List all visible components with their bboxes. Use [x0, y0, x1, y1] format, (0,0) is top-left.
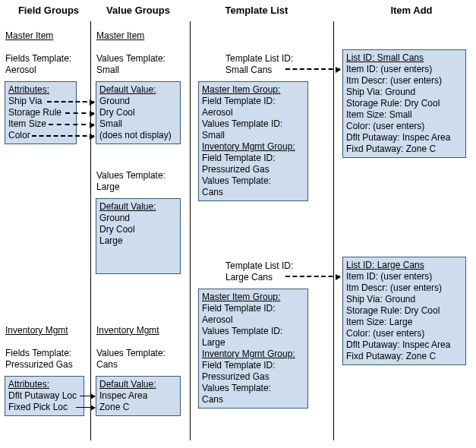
- arrow-item-size: [49, 124, 94, 125]
- col-header-value-groups: Value Groups: [100, 5, 176, 16]
- values-template-label-4: Values Template:: [202, 175, 304, 187]
- item-size-line-2: Item Size: Large: [346, 317, 462, 328]
- item-add-box-large-cans: List ID: Large Cans Item ID: (user enter…: [342, 257, 466, 365]
- val-zone-c: Zone C: [99, 402, 177, 413]
- fields-template-aerosol: Aerosol: [5, 65, 36, 75]
- template-box-small-cans: Master Item Group: Field Template ID: Ae…: [198, 81, 308, 201]
- attributes-box-pressurized: Attributes: Dflt Putaway Loc Fixed Pick …: [5, 376, 84, 416]
- template-list-id-large-cans: Large Cans: [225, 272, 273, 282]
- default-value-box-small: Default Value: Ground Dry Cool Small (do…: [96, 81, 181, 144]
- separator-3: [333, 21, 334, 440]
- arrow-small-cans: [285, 68, 340, 70]
- values-template-label-5: Values Template:: [202, 383, 304, 394]
- default-value-header-1: Default Value:: [99, 84, 177, 96]
- master-item-group-hdr-1: Master Item Group:: [202, 84, 304, 96]
- diagram-canvas: Field Groups Value Groups Template List …: [0, 0, 476, 448]
- template-list-id-label-1: Template List ID:: [225, 53, 293, 64]
- values-template-large-2: Large: [202, 337, 304, 349]
- color-line-2: Color: (user enters): [346, 328, 462, 339]
- inventory-mgmt-group-hdr-2: Inventory Mgmt Group:: [202, 349, 304, 360]
- val-dry-cool-2: Dry Cool: [99, 224, 177, 235]
- section-master-item-col2: Master Item: [96, 30, 144, 41]
- values-template-label-3: Values Template:: [96, 348, 165, 358]
- list-id-large-cans: List ID: Large Cans: [346, 260, 462, 271]
- section-inventory-mgmt-col1: Inventory Mgmt: [5, 325, 68, 336]
- default-value-header-3: Default Value:: [99, 379, 177, 390]
- attributes-header: Attributes:: [8, 84, 73, 96]
- list-id-value-large-cans: Large Cans: [377, 260, 424, 270]
- values-template-large: Large: [96, 181, 120, 192]
- fields-template-label-1: Fields Template:: [5, 53, 71, 64]
- col-header-item-add: Item Add: [381, 5, 442, 16]
- field-template-aerosol-2: Aerosol: [202, 314, 304, 326]
- storage-rule-line-1: Storage Rule: Dry Cool: [346, 98, 462, 109]
- values-template-small: Small: [96, 65, 119, 75]
- attributes-header-2: Attributes:: [8, 379, 80, 390]
- item-size-line-1: Item Size: Small: [346, 109, 462, 121]
- item-id-line-2: Item ID: (user enters): [346, 271, 462, 282]
- fields-template-pressurized: Pressurized Gas: [5, 359, 73, 370]
- default-value-box-large: Default Value: Ground Dry Cool Large: [96, 198, 181, 274]
- arrow-large-cans: [285, 276, 340, 277]
- item-add-box-small-cans: List ID: Small Cans Item ID: (user enter…: [342, 49, 466, 158]
- default-value-header-2: Default Value:: [99, 201, 177, 213]
- values-template-cans-1: Cans: [202, 187, 304, 198]
- col-header-field-groups: Field Groups: [11, 5, 87, 16]
- section-inventory-mgmt-col2: Inventory Mgmt: [96, 325, 159, 336]
- val-ground-1: Ground: [99, 96, 177, 107]
- values-template-id-label-1: Values Template ID:: [202, 118, 304, 130]
- values-template-label-2: Values Template:: [96, 170, 165, 181]
- list-id-value-small-cans: Small Cans: [377, 52, 424, 63]
- arrow-fixed-pick: [76, 407, 95, 408]
- dflt-putaway-line-1: Dflt Putaway: Inspec Area: [346, 132, 462, 144]
- ship-via-line-1: Ship Via: Ground: [346, 87, 462, 98]
- master-item-group-hdr-2: Master Item Group:: [202, 292, 304, 303]
- inventory-mgmt-group-hdr-1: Inventory Mgmt Group:: [202, 141, 304, 153]
- color-line-1: Color: (user enters): [346, 121, 462, 132]
- template-box-large-cans: Master Item Group: Field Template ID: Ae…: [198, 289, 308, 409]
- storage-rule-line-2: Storage Rule: Dry Cool: [346, 305, 462, 317]
- attr-fixed-pick-loc: Fixed Pick Loc: [8, 402, 80, 413]
- attr-dflt-putaway-loc: Dflt Putaway Loc: [8, 390, 80, 402]
- col-header-template-list: Template List: [219, 5, 295, 16]
- field-template-id-label-2: Field Template ID:: [202, 153, 304, 164]
- list-id-label-2: List ID:: [346, 260, 377, 270]
- separator-1: [90, 21, 91, 440]
- field-template-id-label-3: Field Template ID:: [202, 303, 304, 314]
- itm-descr-line-2: Itm Descr: (user enters): [346, 282, 462, 294]
- field-template-pressurized-2: Pressurized Gas: [202, 371, 304, 383]
- val-dry-cool-1: Dry Cool: [99, 107, 177, 118]
- arrow-dflt-putaway: [80, 396, 95, 396]
- fixd-putaway-line-1: Fixd Putaway: Zone C: [346, 144, 462, 155]
- values-template-label-1: Values Template:: [96, 53, 165, 64]
- list-id-label-1: List ID:: [346, 52, 377, 63]
- val-ground-2: Ground: [99, 213, 177, 224]
- ship-via-line-2: Ship Via: Ground: [346, 294, 462, 305]
- val-does-not-display: (does not display): [99, 130, 177, 141]
- field-template-aerosol-1: Aerosol: [202, 107, 304, 118]
- separator-2: [190, 21, 191, 440]
- field-template-id-label-1: Field Template ID:: [202, 96, 304, 107]
- arrow-storage-rule: [65, 112, 94, 114]
- fields-template-label-2: Fields Template:: [5, 348, 71, 358]
- template-list-id-small-cans: Small Cans: [225, 65, 272, 75]
- values-template-id-label-2: Values Template ID:: [202, 326, 304, 337]
- arrow-ship-via: [47, 101, 94, 103]
- values-template-cans-2: Cans: [202, 394, 304, 405]
- val-large: Large: [99, 235, 177, 247]
- val-inspec-area: Inspec Area: [99, 390, 177, 402]
- attr-storage-rule: Storage Rule: [8, 107, 73, 118]
- val-small: Small: [99, 118, 177, 130]
- field-template-pressurized-1: Pressurized Gas: [202, 164, 304, 175]
- list-id-small-cans: List ID: Small Cans: [346, 52, 462, 64]
- default-value-box-cans: Default Value: Inspec Area Zone C: [96, 376, 181, 416]
- dflt-putaway-line-2: Dflt Putaway: Inspec Area: [346, 339, 462, 351]
- item-id-line-1: Item ID: (user enters): [346, 64, 462, 75]
- fixd-putaway-line-2: Fixd Putaway: Zone C: [346, 351, 462, 362]
- field-template-id-label-4: Field Template ID:: [202, 360, 304, 371]
- values-template-small-1: Small: [202, 130, 304, 141]
- itm-descr-line-1: Itm Descr: (user enters): [346, 75, 462, 87]
- arrow-color: [32, 135, 94, 137]
- values-template-cans: Cans: [96, 359, 118, 370]
- section-master-item-col1: Master Item: [5, 30, 53, 41]
